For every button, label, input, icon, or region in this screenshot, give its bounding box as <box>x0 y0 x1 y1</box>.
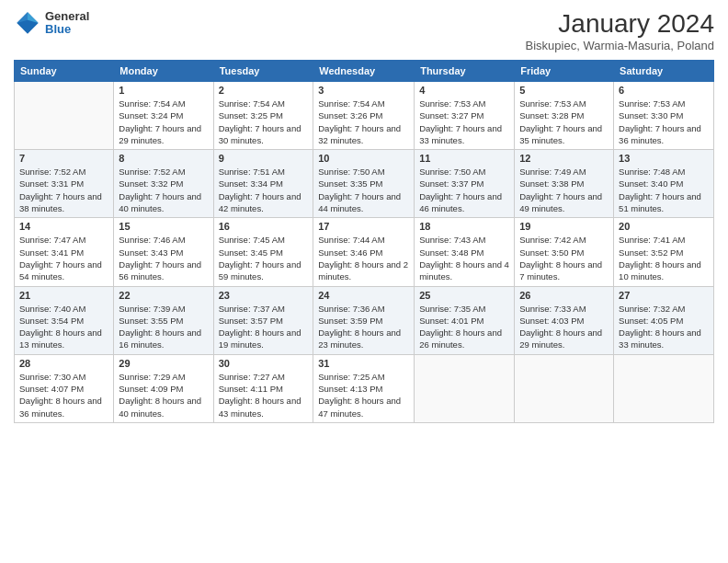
calendar-cell: 20Sunrise: 7:41 AMSunset: 3:52 PMDayligh… <box>614 218 714 286</box>
title-block: January 2024 Biskupiec, Warmia-Masuria, … <box>526 9 714 52</box>
day-number: 2 <box>219 85 309 96</box>
weekday-header-monday: Monday <box>114 61 213 82</box>
day-number: 3 <box>318 85 409 96</box>
week-row-2: 7Sunrise: 7:52 AMSunset: 3:31 PMDaylight… <box>15 150 714 218</box>
day-number: 26 <box>519 290 609 301</box>
day-info: Sunrise: 7:53 AMSunset: 3:27 PMDaylight:… <box>419 98 509 146</box>
day-number: 13 <box>619 153 709 164</box>
day-info: Sunrise: 7:44 AMSunset: 3:46 PMDaylight:… <box>318 234 409 282</box>
calendar-cell: 27Sunrise: 7:32 AMSunset: 4:05 PMDayligh… <box>614 286 714 354</box>
day-info: Sunrise: 7:42 AMSunset: 3:50 PMDaylight:… <box>519 234 609 282</box>
day-info: Sunrise: 7:53 AMSunset: 3:30 PMDaylight:… <box>619 98 709 146</box>
weekday-header-sunday: Sunday <box>15 61 114 82</box>
day-number: 8 <box>119 153 208 164</box>
day-info: Sunrise: 7:41 AMSunset: 3:52 PMDaylight:… <box>619 234 709 282</box>
header: General Blue January 2024 Biskupiec, War… <box>14 9 714 52</box>
logo-blue-text: Blue <box>45 23 89 36</box>
calendar-cell: 19Sunrise: 7:42 AMSunset: 3:50 PMDayligh… <box>515 218 614 286</box>
calendar-cell: 15Sunrise: 7:46 AMSunset: 3:43 PMDayligh… <box>114 218 213 286</box>
day-number: 22 <box>119 290 208 301</box>
calendar-cell: 6Sunrise: 7:53 AMSunset: 3:30 PMDaylight… <box>614 82 714 150</box>
day-info: Sunrise: 7:43 AMSunset: 3:48 PMDaylight:… <box>419 234 509 282</box>
calendar-cell: 9Sunrise: 7:51 AMSunset: 3:34 PMDaylight… <box>213 150 313 218</box>
day-number: 1 <box>119 85 208 96</box>
calendar-cell: 24Sunrise: 7:36 AMSunset: 3:59 PMDayligh… <box>313 286 415 354</box>
calendar-cell <box>415 354 515 422</box>
day-number: 5 <box>519 85 609 96</box>
weekday-header-thursday: Thursday <box>415 61 515 82</box>
calendar-cell: 26Sunrise: 7:33 AMSunset: 4:03 PMDayligh… <box>515 286 614 354</box>
logo: General Blue <box>14 9 89 37</box>
day-number: 21 <box>19 290 108 301</box>
day-number: 12 <box>519 153 609 164</box>
day-number: 27 <box>619 290 709 301</box>
weekday-header-saturday: Saturday <box>614 61 714 82</box>
day-info: Sunrise: 7:27 AMSunset: 4:11 PMDaylight:… <box>219 371 309 419</box>
day-info: Sunrise: 7:54 AMSunset: 3:26 PMDaylight:… <box>318 98 409 146</box>
day-number: 19 <box>519 221 609 232</box>
day-number: 17 <box>318 221 409 232</box>
calendar-cell: 31Sunrise: 7:25 AMSunset: 4:13 PMDayligh… <box>313 354 415 422</box>
day-info: Sunrise: 7:32 AMSunset: 4:05 PMDaylight:… <box>619 303 709 351</box>
calendar-table: SundayMondayTuesdayWednesdayThursdayFrid… <box>14 60 714 423</box>
day-info: Sunrise: 7:53 AMSunset: 3:28 PMDaylight:… <box>519 98 609 146</box>
calendar-cell: 22Sunrise: 7:39 AMSunset: 3:55 PMDayligh… <box>114 286 213 354</box>
calendar-cell: 30Sunrise: 7:27 AMSunset: 4:11 PMDayligh… <box>213 354 313 422</box>
calendar-cell: 23Sunrise: 7:37 AMSunset: 3:57 PMDayligh… <box>213 286 313 354</box>
day-info: Sunrise: 7:25 AMSunset: 4:13 PMDaylight:… <box>318 371 409 419</box>
calendar-title: January 2024 <box>526 9 714 39</box>
calendar-cell: 8Sunrise: 7:52 AMSunset: 3:32 PMDaylight… <box>114 150 213 218</box>
calendar-cell <box>15 82 114 150</box>
day-info: Sunrise: 7:52 AMSunset: 3:31 PMDaylight:… <box>19 166 108 214</box>
calendar-cell <box>614 354 714 422</box>
calendar-cell: 12Sunrise: 7:49 AMSunset: 3:38 PMDayligh… <box>515 150 614 218</box>
day-info: Sunrise: 7:30 AMSunset: 4:07 PMDaylight:… <box>19 371 108 419</box>
calendar-cell: 4Sunrise: 7:53 AMSunset: 3:27 PMDaylight… <box>415 82 515 150</box>
logo-icon <box>14 9 41 37</box>
day-info: Sunrise: 7:46 AMSunset: 3:43 PMDaylight:… <box>119 234 208 282</box>
day-number: 4 <box>419 85 509 96</box>
day-number: 10 <box>318 153 409 164</box>
day-info: Sunrise: 7:36 AMSunset: 3:59 PMDaylight:… <box>318 303 409 351</box>
calendar-cell: 28Sunrise: 7:30 AMSunset: 4:07 PMDayligh… <box>15 354 114 422</box>
logo-general-text: General <box>45 10 89 23</box>
calendar-cell: 21Sunrise: 7:40 AMSunset: 3:54 PMDayligh… <box>15 286 114 354</box>
day-number: 11 <box>419 153 509 164</box>
calendar-subtitle: Biskupiec, Warmia-Masuria, Poland <box>526 39 714 52</box>
day-info: Sunrise: 7:39 AMSunset: 3:55 PMDaylight:… <box>119 303 208 351</box>
day-info: Sunrise: 7:35 AMSunset: 4:01 PMDaylight:… <box>419 303 509 351</box>
week-row-5: 28Sunrise: 7:30 AMSunset: 4:07 PMDayligh… <box>15 354 714 422</box>
day-number: 24 <box>318 290 409 301</box>
day-number: 30 <box>219 358 309 369</box>
day-info: Sunrise: 7:33 AMSunset: 4:03 PMDaylight:… <box>519 303 609 351</box>
calendar-cell: 5Sunrise: 7:53 AMSunset: 3:28 PMDaylight… <box>515 82 614 150</box>
calendar-cell: 10Sunrise: 7:50 AMSunset: 3:35 PMDayligh… <box>313 150 415 218</box>
calendar-cell: 16Sunrise: 7:45 AMSunset: 3:45 PMDayligh… <box>213 218 313 286</box>
day-number: 20 <box>619 221 709 232</box>
day-info: Sunrise: 7:47 AMSunset: 3:41 PMDaylight:… <box>19 234 108 282</box>
day-info: Sunrise: 7:52 AMSunset: 3:32 PMDaylight:… <box>119 166 208 214</box>
weekday-header-wednesday: Wednesday <box>313 61 415 82</box>
day-number: 28 <box>19 358 108 369</box>
calendar-cell: 14Sunrise: 7:47 AMSunset: 3:41 PMDayligh… <box>15 218 114 286</box>
day-info: Sunrise: 7:48 AMSunset: 3:40 PMDaylight:… <box>619 166 709 214</box>
day-number: 23 <box>219 290 309 301</box>
weekday-header-row: SundayMondayTuesdayWednesdayThursdayFrid… <box>15 61 714 82</box>
day-number: 29 <box>119 358 208 369</box>
calendar-cell: 2Sunrise: 7:54 AMSunset: 3:25 PMDaylight… <box>213 82 313 150</box>
day-info: Sunrise: 7:37 AMSunset: 3:57 PMDaylight:… <box>219 303 309 351</box>
day-number: 18 <box>419 221 509 232</box>
day-number: 7 <box>19 153 108 164</box>
day-info: Sunrise: 7:50 AMSunset: 3:35 PMDaylight:… <box>318 166 409 214</box>
calendar-cell: 3Sunrise: 7:54 AMSunset: 3:26 PMDaylight… <box>313 82 415 150</box>
day-info: Sunrise: 7:29 AMSunset: 4:09 PMDaylight:… <box>119 371 208 419</box>
week-row-3: 14Sunrise: 7:47 AMSunset: 3:41 PMDayligh… <box>15 218 714 286</box>
day-info: Sunrise: 7:50 AMSunset: 3:37 PMDaylight:… <box>419 166 509 214</box>
calendar-cell: 29Sunrise: 7:29 AMSunset: 4:09 PMDayligh… <box>114 354 213 422</box>
day-info: Sunrise: 7:54 AMSunset: 3:25 PMDaylight:… <box>219 98 309 146</box>
calendar-cell: 17Sunrise: 7:44 AMSunset: 3:46 PMDayligh… <box>313 218 415 286</box>
calendar-cell: 18Sunrise: 7:43 AMSunset: 3:48 PMDayligh… <box>415 218 515 286</box>
calendar-cell: 7Sunrise: 7:52 AMSunset: 3:31 PMDaylight… <box>15 150 114 218</box>
calendar-cell: 1Sunrise: 7:54 AMSunset: 3:24 PMDaylight… <box>114 82 213 150</box>
day-number: 25 <box>419 290 509 301</box>
